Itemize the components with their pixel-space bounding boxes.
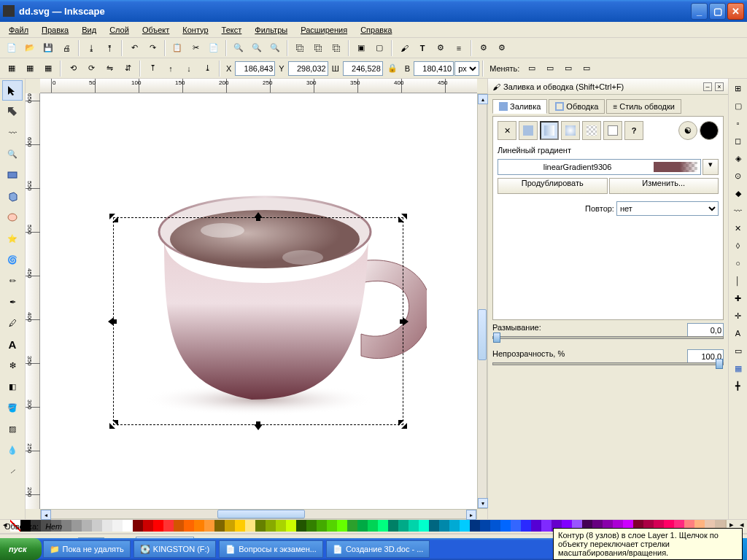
color-swatch[interactable]: [276, 520, 286, 532]
color-swatch[interactable]: [194, 520, 204, 532]
clone-button[interactable]: ⿻: [309, 39, 327, 57]
color-swatch[interactable]: [306, 520, 317, 532]
fill-nonzero-button[interactable]: [700, 121, 719, 140]
scale-handle-s[interactable]: [254, 421, 263, 430]
color-swatch[interactable]: [71, 520, 82, 532]
color-swatch[interactable]: [470, 520, 480, 532]
snap-obj-center[interactable]: ✚: [730, 290, 746, 306]
menu-help[interactable]: Справка: [355, 24, 398, 36]
snap-text[interactable]: A: [730, 325, 746, 341]
unit-select[interactable]: px: [454, 61, 479, 76]
color-swatch[interactable]: [531, 520, 541, 532]
color-swatch[interactable]: [61, 520, 71, 532]
zoom-sel-button[interactable]: 🔍: [230, 39, 247, 57]
tweak-tool[interactable]: 〰: [2, 122, 23, 143]
snap-mid[interactable]: ◈: [730, 150, 746, 166]
color-swatch[interactable]: [204, 520, 214, 532]
affect-stroke-button[interactable]: ▭: [523, 60, 541, 77]
task-item[interactable]: 📁 Пока не удалять: [43, 540, 131, 558]
minimize-button[interactable]: _: [691, 3, 708, 20]
start-button[interactable]: пуск: [0, 538, 42, 560]
color-swatch[interactable]: [255, 520, 266, 532]
pencil-tool[interactable]: ✏: [2, 271, 23, 291]
color-swatch[interactable]: [521, 520, 531, 532]
scale-handle-e[interactable]: [400, 317, 409, 326]
star-tool[interactable]: ⭐: [2, 228, 23, 249]
save-button[interactable]: 💾: [39, 39, 57, 57]
affect-gradient-button[interactable]: ▭: [560, 60, 577, 77]
paint-linear-button[interactable]: [540, 121, 559, 140]
text-dialog-button[interactable]: T: [414, 39, 431, 57]
color-swatch[interactable]: [337, 520, 347, 532]
scale-handle-nw[interactable]: [109, 214, 118, 222]
color-swatch[interactable]: [153, 520, 163, 532]
color-swatch[interactable]: [368, 520, 378, 532]
copy-button[interactable]: 📋: [169, 39, 186, 57]
color-swatch[interactable]: [357, 520, 368, 532]
snap-rot-center[interactable]: ✛: [730, 308, 746, 324]
task-item[interactable]: 💽 KINGSTON (F:): [133, 540, 216, 558]
menu-layer[interactable]: Слой: [104, 24, 135, 36]
rect-tool[interactable]: [2, 165, 23, 185]
color-swatch[interactable]: [500, 520, 511, 532]
select-layers-button[interactable]: ▦: [21, 60, 39, 77]
affect-corners-button[interactable]: ▭: [541, 60, 559, 77]
zoom-page-button[interactable]: 🔍: [266, 39, 284, 57]
menu-edit[interactable]: Правка: [36, 24, 74, 36]
doc-prefs-button[interactable]: ⚙: [493, 39, 511, 57]
color-swatch[interactable]: [511, 520, 521, 532]
menu-path[interactable]: Контур: [177, 24, 214, 36]
print-button[interactable]: 🖨: [58, 39, 75, 57]
task-item[interactable]: 📄 Создание 3D.doc - ...: [326, 540, 430, 558]
scrollbar-horizontal[interactable]: ◂ ▸: [40, 509, 477, 519]
lower-bottom-button[interactable]: ⤓: [198, 60, 216, 77]
rotate-cw-button[interactable]: ⟳: [82, 60, 100, 77]
text-tool[interactable]: A: [2, 334, 23, 354]
color-swatch[interactable]: [286, 520, 296, 532]
rotate-ccw-button[interactable]: ⟲: [64, 60, 82, 77]
menu-file[interactable]: Файл: [3, 24, 34, 36]
bezier-tool[interactable]: ✒: [2, 292, 23, 312]
w-input[interactable]: [343, 61, 383, 76]
panel-min-icon[interactable]: –: [703, 82, 712, 91]
color-swatch[interactable]: [419, 520, 429, 532]
color-swatch[interactable]: [347, 520, 357, 532]
import-button[interactable]: ⭳: [82, 39, 100, 57]
prefs-button[interactable]: ⚙: [475, 39, 492, 57]
scale-handle-se[interactable]: [398, 420, 407, 429]
scale-handle-ne[interactable]: [398, 214, 407, 222]
align-button[interactable]: ≡: [450, 39, 468, 57]
raise-top-button[interactable]: ⤒: [144, 60, 161, 77]
flip-v-button[interactable]: ⇵: [119, 60, 136, 77]
new-button[interactable]: 📄: [3, 39, 20, 57]
color-swatch[interactable]: [439, 520, 449, 532]
snap-corner[interactable]: ◻: [730, 133, 746, 149]
tab-stroke[interactable]: Обводка: [549, 99, 605, 114]
menu-text[interactable]: Текст: [216, 24, 248, 36]
snap-intersect[interactable]: ✕: [730, 220, 746, 236]
scale-handle-w[interactable]: [108, 317, 117, 326]
menu-filters[interactable]: Фильтры: [249, 24, 293, 36]
snap-guide[interactable]: ╋: [730, 378, 746, 394]
h-input[interactable]: [414, 61, 454, 76]
snap-page[interactable]: ▭: [730, 343, 746, 359]
maximize-button[interactable]: ▢: [709, 3, 726, 20]
scale-handle-sw[interactable]: [109, 420, 118, 429]
gradient-combo[interactable]: linearGradient9306: [498, 159, 701, 175]
undo-button[interactable]: ↶: [125, 39, 143, 57]
paint-pattern-button[interactable]: [582, 121, 601, 140]
redo-button[interactable]: ↷: [144, 39, 161, 57]
flip-h-button[interactable]: ⇋: [101, 60, 118, 77]
ruler-vertical[interactable]: 650 600 550 500 450 400 350 300 250 200: [26, 93, 40, 509]
cut-button[interactable]: ✂: [187, 39, 204, 57]
color-swatch[interactable]: [235, 520, 245, 532]
connector-tool[interactable]: ⟋: [2, 461, 23, 481]
color-swatch[interactable]: [184, 520, 194, 532]
fill-dialog-button[interactable]: 🖌: [395, 39, 413, 57]
color-swatch[interactable]: [490, 520, 500, 532]
raise-button[interactable]: ↑: [162, 60, 179, 77]
y-input[interactable]: [288, 61, 328, 76]
color-swatch[interactable]: [92, 520, 102, 532]
x-input[interactable]: [235, 61, 275, 76]
open-button[interactable]: 📂: [21, 39, 39, 57]
